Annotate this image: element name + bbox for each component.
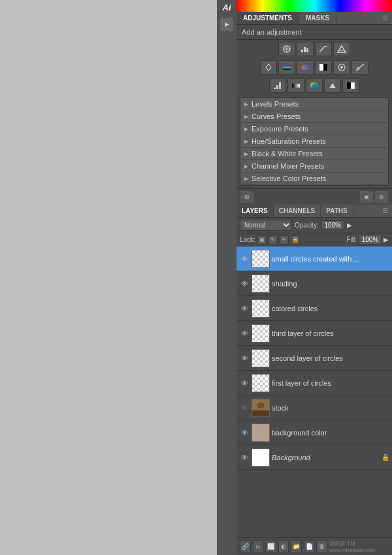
curves-icon[interactable] bbox=[315, 42, 332, 56]
toolbar-icon-1[interactable]: ▶ bbox=[220, 18, 233, 31]
lock-all-btn[interactable]: 🔒 bbox=[291, 235, 300, 244]
layer-item-third-layer[interactable]: 👁 third layer of circles bbox=[237, 321, 392, 346]
layer-visibility-third-layer[interactable]: 👁 bbox=[239, 328, 250, 339]
add-to-panel-icon[interactable]: ⊞ bbox=[240, 191, 253, 203]
channel-mixer-icon[interactable] bbox=[333, 60, 350, 75]
lock-paint-btn[interactable]: ✎ bbox=[269, 235, 278, 244]
layer-item-shading[interactable]: 👁 shading bbox=[237, 271, 392, 296]
layer-visibility-stock[interactable]: 👁 bbox=[239, 403, 250, 413]
layer-visibility-bg-color[interactable]: 👁 bbox=[239, 428, 250, 438]
layer-item-colored-circles[interactable]: 👁 colored circles bbox=[237, 296, 392, 321]
preset-bw-label: Black & White Presets bbox=[252, 150, 323, 158]
preset-exposure[interactable]: ▶ Exposure Presets bbox=[240, 123, 388, 135]
selective-color-icon[interactable] bbox=[306, 78, 323, 93]
tab-masks[interactable]: MASKS bbox=[299, 12, 336, 24]
brightness-contrast-icon[interactable] bbox=[278, 42, 295, 56]
preset-hue-saturation[interactable]: ▶ Hue/Saturation Presets bbox=[240, 135, 388, 148]
fill-value[interactable]: 100% bbox=[359, 235, 382, 244]
add-adjustment-layer-btn[interactable]: ◐ bbox=[278, 541, 289, 552]
preset-selective-color[interactable]: ▶ Selective Color Presets bbox=[240, 173, 388, 185]
tab-paths[interactable]: PATHS bbox=[321, 205, 353, 217]
lock-transparency-btn[interactable]: ▣ bbox=[257, 235, 267, 244]
layer-thumb-first-layer bbox=[252, 374, 270, 392]
lock-move-btn[interactable]: ✛ bbox=[280, 235, 289, 244]
tab-adjustments[interactable]: ADJUSTMENTS bbox=[237, 12, 299, 24]
color-balance-icon[interactable] bbox=[297, 60, 314, 75]
opacity-value[interactable]: 100% bbox=[321, 220, 344, 230]
gradient-map-icon[interactable] bbox=[287, 78, 304, 93]
tab-layers[interactable]: LAYERS bbox=[237, 205, 274, 217]
layer-visibility-first-layer[interactable]: 👁 bbox=[239, 378, 250, 388]
layer-visibility-second-layer[interactable]: 👁 bbox=[239, 353, 250, 363]
svg-point-9 bbox=[304, 65, 309, 70]
delete-layer-btn[interactable]: 🗑 bbox=[316, 541, 327, 552]
layer-visibility-shading[interactable]: 👁 bbox=[239, 278, 250, 289]
svg-point-25 bbox=[257, 402, 264, 408]
layer-visibility-colored-circles[interactable]: 👁 bbox=[239, 303, 250, 314]
layer-item-background[interactable]: 👁 Background 🔒 bbox=[237, 445, 392, 470]
layer-item-stock[interactable]: 👁 stock bbox=[237, 395, 392, 420]
layer-item-first-layer[interactable]: 👁 first layer of circles bbox=[237, 371, 392, 395]
preset-selective-color-label: Selective Color Presets bbox=[252, 175, 326, 182]
photo-filter-icon[interactable] bbox=[324, 78, 341, 93]
preset-bw[interactable]: ▶ Black & White Presets bbox=[240, 148, 388, 160]
layer-visibility-small-circles[interactable]: 👁 bbox=[239, 254, 250, 264]
adjustments-panel: ADJUSTMENTS MASKS ☰ Add an adjustment bbox=[237, 12, 392, 205]
icon-row-2 bbox=[237, 58, 392, 76]
preset-levels[interactable]: ▶ Levels Presets bbox=[240, 98, 388, 110]
layers-panel-menu-icon[interactable]: ☰ bbox=[378, 205, 392, 217]
layer-visibility-background[interactable]: 👁 bbox=[239, 452, 250, 463]
adjustments-tabs-row: ADJUSTMENTS MASKS ☰ bbox=[237, 12, 392, 25]
color-gradient-bar bbox=[237, 0, 392, 12]
svg-rect-1 bbox=[301, 50, 303, 52]
preset-hue-saturation-arrow: ▶ bbox=[244, 139, 248, 144]
layer-item-second-layer[interactable]: 👁 second layer of circles bbox=[237, 346, 392, 371]
icon-row-3 bbox=[237, 76, 392, 95]
preset-curves-arrow: ▶ bbox=[244, 114, 248, 120]
preset-channel-mixer-label: Channel Mixer Presets bbox=[252, 162, 324, 170]
layers-blend-controls: Normal Multiply Screen Opacity: 100% ▶ bbox=[237, 218, 392, 233]
svg-point-21 bbox=[312, 84, 317, 90]
add-group-btn[interactable]: 📁 bbox=[291, 541, 302, 552]
opacity-arrow[interactable]: ▶ bbox=[347, 222, 352, 229]
preset-channel-mixer[interactable]: ▶ Channel Mixer Presets bbox=[240, 160, 388, 173]
layer-name-second-layer: second layer of circles bbox=[272, 354, 389, 362]
layer-name-colored-circles: colored circles bbox=[272, 305, 389, 312]
layer-name-first-layer: first layer of circles bbox=[272, 379, 389, 387]
panel-settings-icon[interactable]: ⊕ bbox=[375, 191, 388, 203]
layer-item-small-circles[interactable]: 👁 small circles created with ... bbox=[237, 246, 392, 271]
layer-thumb-background bbox=[252, 448, 270, 467]
threshold-icon[interactable] bbox=[342, 78, 359, 93]
svg-point-13 bbox=[340, 66, 343, 69]
app-logo-label: Ai bbox=[223, 3, 231, 12]
posterize-icon[interactable] bbox=[269, 78, 286, 93]
presets-list: ▶ Levels Presets ▶ Curves Presets ▶ Expo… bbox=[240, 97, 389, 186]
fill-arrow[interactable]: ▶ bbox=[384, 236, 389, 243]
invert-icon[interactable] bbox=[351, 60, 368, 75]
preset-curves-label: Curves Presets bbox=[252, 112, 301, 120]
new-layer-btn[interactable]: 📄 bbox=[304, 541, 315, 552]
link-layers-btn[interactable]: 🔗 bbox=[240, 541, 251, 552]
preset-channel-mixer-arrow: ▶ bbox=[244, 163, 248, 169]
exposure-icon[interactable] bbox=[333, 42, 350, 56]
layer-name-shading: shading bbox=[272, 280, 389, 288]
layer-thumb-small-circles bbox=[252, 250, 270, 268]
levels-icon[interactable] bbox=[297, 42, 314, 56]
svg-rect-18 bbox=[292, 84, 300, 88]
preset-curves[interactable]: ▶ Curves Presets bbox=[240, 110, 388, 123]
layer-bottom-bar: 🔗 fx ⬜ ◐ 📁 📄 🗑 居然设计坊 www.missyuan.com bbox=[237, 537, 392, 555]
blend-mode-select[interactable]: Normal Multiply Screen bbox=[240, 220, 292, 231]
layer-lock-badge-background: 🔒 bbox=[382, 454, 389, 461]
svg-rect-3 bbox=[306, 48, 308, 52]
svg-rect-22 bbox=[347, 82, 351, 89]
panel-options-icon[interactable]: ◉ bbox=[360, 191, 373, 203]
layer-thumb-third-layer bbox=[252, 324, 270, 343]
vibrance-icon[interactable] bbox=[260, 60, 277, 75]
layer-item-bg-color[interactable]: 👁 background color bbox=[237, 420, 392, 445]
add-mask-btn[interactable]: ⬜ bbox=[265, 541, 276, 552]
layer-fx-btn[interactable]: fx bbox=[253, 541, 264, 552]
bw-icon[interactable] bbox=[315, 60, 332, 75]
adjustments-panel-menu-icon[interactable]: ☰ bbox=[378, 12, 392, 24]
tab-channels[interactable]: CHANNELS bbox=[274, 205, 321, 217]
hsl-icon[interactable] bbox=[278, 60, 295, 75]
